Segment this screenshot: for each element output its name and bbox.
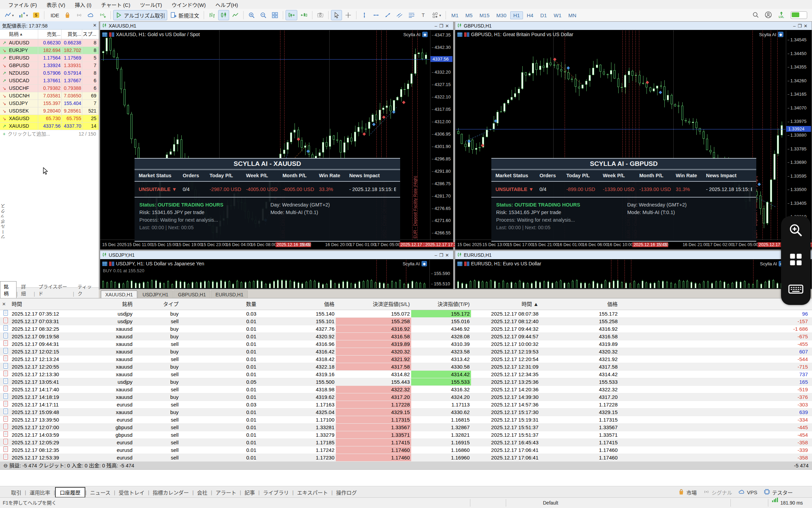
- history-row[interactable]: 2025.12.17 12:13:24xauusdsell 0.014318.4…: [0, 356, 812, 363]
- one-click-trading-icon[interactable]: [464, 262, 469, 266]
- history-row[interactable]: 2025.12.17 09:44:31xauusdsell 0.014316.9…: [0, 340, 812, 348]
- auto-scroll-icon[interactable]: [286, 10, 297, 20]
- market-watch-row-nzdusd[interactable]: ↗ NZDUSD 0.57906 0.57914 8: [0, 70, 99, 77]
- close-icon[interactable]: ✕: [445, 23, 451, 29]
- signal-icon[interactable]: [74, 10, 85, 20]
- market-bag-icon[interactable]: [62, 10, 73, 20]
- toolbox-vertical-label[interactable]: ツールボックス: [0, 203, 7, 239]
- market-watch-row-usdchf[interactable]: ↘ USDCHF 0.79382 0.79388 6: [0, 85, 99, 92]
- text-icon[interactable]: T: [418, 10, 428, 20]
- window-titlebar[interactable]: XAUUSD,H1 –❐✕: [100, 22, 453, 30]
- history-row[interactable]: 2025.12.17 13:39:50eurusdsell 0.011.1710…: [0, 416, 812, 424]
- market-watch-row-usdjpy[interactable]: ↘ USDJPY 155.397 155.404 7: [0, 100, 99, 107]
- close-icon[interactable]: ✕: [445, 253, 451, 258]
- bar-chart-icon[interactable]: [206, 10, 217, 20]
- trendline-icon[interactable]: [382, 10, 393, 20]
- minimize-icon[interactable]: –: [793, 23, 798, 29]
- timeframe-d1[interactable]: D1: [537, 11, 550, 19]
- market-status[interactable]: UNSUITABLE ▼: [139, 187, 183, 192]
- market-watch-row-usdsek[interactable]: ↘ USDSEK 9.28040 9.28561 521: [0, 107, 99, 115]
- timeframe-m1[interactable]: M1: [448, 11, 462, 19]
- quotes-grid-icon[interactable]: [457, 32, 462, 37]
- menu-c[interactable]: チャート (C): [96, 1, 135, 8]
- chart-tab-usdjpy[interactable]: USDJPY,H1: [138, 290, 173, 298]
- toolbox-tab-6[interactable]: 会社: [194, 487, 211, 497]
- tile-windows-icon[interactable]: [269, 10, 280, 20]
- history-row[interactable]: 2025.12.17 14:03:59gbpusdsell 0.011.3327…: [0, 431, 812, 439]
- menu-v[interactable]: 表示 (V): [42, 1, 70, 8]
- horizontal-line-icon[interactable]: [371, 10, 382, 20]
- template-icon[interactable]: ▾: [17, 10, 30, 20]
- price-axis[interactable]: 1.345451.344501.343551.342601.341651.340…: [786, 31, 812, 240]
- dollar-icon[interactable]: $: [31, 10, 42, 20]
- chart-window-xauusd[interactable]: XAUUSD,H1 –❐✕ XAUUSD, H1: Gold vs US Dol…: [100, 21, 453, 250]
- cursor-icon[interactable]: [331, 10, 342, 20]
- history-row[interactable]: 2025.12.17 07:35:12usdjpybuy 0.03155.140…: [0, 310, 812, 318]
- close-icon[interactable]: ✕: [2, 298, 6, 310]
- history-row[interactable]: 2025.12.17 13:05:41usdjpybuy 0.05155.500…: [0, 378, 812, 386]
- timeframe-h1[interactable]: H1: [510, 11, 523, 19]
- テスター-quick-link[interactable]: テスター: [763, 488, 793, 496]
- profile-icon[interactable]: [765, 11, 772, 20]
- history-row[interactable]: 2025.12.17 12:20:55xauusdbuy 0.014322.18…: [0, 363, 812, 371]
- menu-i[interactable]: 挿入 (I): [70, 1, 96, 8]
- market-watch-row-audusd[interactable]: ↗ AUDUSD 0.66230 0.66238 8: [0, 39, 99, 47]
- window-titlebar[interactable]: EURUSD,H1 –❐✕: [455, 251, 812, 259]
- timeframe-m30[interactable]: M30: [493, 11, 510, 19]
- maximize-icon[interactable]: ❐: [439, 23, 445, 29]
- one-click-trading-icon[interactable]: [109, 32, 114, 37]
- algo-trading-button[interactable]: アルゴリズム取引: [113, 10, 167, 20]
- close-icon[interactable]: ✕: [804, 23, 810, 29]
- toolbox-tab-5[interactable]: 指標カレンダー: [149, 487, 192, 497]
- history-row[interactable]: 2025.12.17 12:02:15xauusdbuy 0.014316.42…: [0, 348, 812, 356]
- history-row[interactable]: 2025.12.17 14:17:40xauusdsell 0.014318.9…: [0, 386, 812, 393]
- history-row[interactable]: 2025.12.17 09:19:58xauusdbuy 0.014320.92…: [0, 333, 812, 340]
- market-watch-add-symbol[interactable]: + クリックして追加... 12 / 150: [0, 130, 99, 138]
- collapse-icon[interactable]: ⊖: [3, 463, 9, 468]
- market-watch-row-eurjpy[interactable]: ↘ EURJPY 182.694 182.702 8: [0, 47, 99, 54]
- timeframe-m5[interactable]: M5: [462, 11, 476, 19]
- broadcast-add-icon[interactable]: [97, 10, 108, 20]
- toolbox-tab-0[interactable]: 取引: [8, 487, 25, 497]
- market-watch-row-usdcad[interactable]: ↗ USDCAD 1.37661 1.37667 6: [0, 77, 99, 85]
- 市場-quick-link[interactable]: 市場: [678, 488, 697, 496]
- price-axis[interactable]: 155.590 155.510: [429, 260, 453, 288]
- ide-button[interactable]: IDE: [47, 10, 61, 20]
- toolbox-tab-2[interactable]: 口座履歴: [55, 487, 85, 498]
- chart-tab-xauusd[interactable]: XAUUSD,H1: [101, 290, 137, 298]
- history-row[interactable]: 2025.12.17 07:03:31usdjpysell 0.01155.10…: [0, 318, 812, 325]
- maximize-icon[interactable]: ❐: [439, 253, 445, 258]
- history-row[interactable]: 2025.12.17 08:12:35eurusdsell 0.011.1724…: [0, 446, 812, 454]
- history-row[interactable]: 2025.12.17 14:18:19xauusdbuy 0.014319.62…: [0, 393, 812, 401]
- connection-latency[interactable]: 181.90 ms: [780, 498, 803, 508]
- chart-window-gbpusd[interactable]: GBPUSD,H1 –❐✕ GBPUSD, H1: Great Britain …: [455, 21, 812, 250]
- chart-tab-gbpusd[interactable]: GBPUSD,H1: [173, 290, 210, 298]
- zoom-in-icon[interactable]: [246, 10, 257, 20]
- menu-f[interactable]: ファイル (F): [3, 1, 42, 8]
- market-watch-tab-0[interactable]: 銘柄: [0, 281, 17, 298]
- crosshair-icon[interactable]: [343, 10, 354, 20]
- VPS-quick-link[interactable]: VPS: [738, 488, 757, 496]
- timeframe-w1[interactable]: W1: [551, 11, 565, 19]
- chart-tab-eurusd[interactable]: EURUSD,H1: [211, 290, 248, 298]
- indicators-icon[interactable]: ▾: [2, 10, 16, 20]
- history-row[interactable]: 2025.12.17 15:09:48xauusdbuy 0.014325.04…: [0, 409, 812, 416]
- line-chart-icon[interactable]: [230, 10, 241, 20]
- fibonacci-icon[interactable]: [406, 10, 417, 20]
- toolbox-tab-4[interactable]: 受信トレイ: [115, 487, 148, 497]
- quotes-grid-icon[interactable]: [102, 262, 107, 266]
- history-row[interactable]: 2025.12.17 08:32:25xauusdbuy 0.014327.76…: [0, 325, 812, 333]
- market-watch-tab-2[interactable]: プライスボード: [35, 282, 73, 298]
- close-icon[interactable]: ✕: [93, 23, 97, 28]
- window-titlebar[interactable]: GBPUSD,H1 –❐✕: [455, 22, 812, 30]
- toolbox-tab-11[interactable]: 操作ログ: [333, 487, 360, 497]
- history-row[interactable]: 2025.12.17 12:53:39eurusdsell 0.011.1723…: [0, 454, 812, 462]
- quotes-grid-icon[interactable]: [457, 262, 462, 266]
- menu-w[interactable]: ウインドウ(W): [167, 1, 211, 8]
- zoom-out-icon[interactable]: [258, 10, 269, 20]
- candle-chart-icon[interactable]: [218, 10, 229, 20]
- timeframe-h4[interactable]: H4: [524, 11, 536, 19]
- market-watch-row-xauusd[interactable]: ↗ XAUUSD 4337.56 4337.70 14: [0, 123, 99, 130]
- toolbox-tab-3[interactable]: ニュース: [87, 487, 114, 497]
- market-watch-tab-3[interactable]: ティック: [74, 282, 99, 298]
